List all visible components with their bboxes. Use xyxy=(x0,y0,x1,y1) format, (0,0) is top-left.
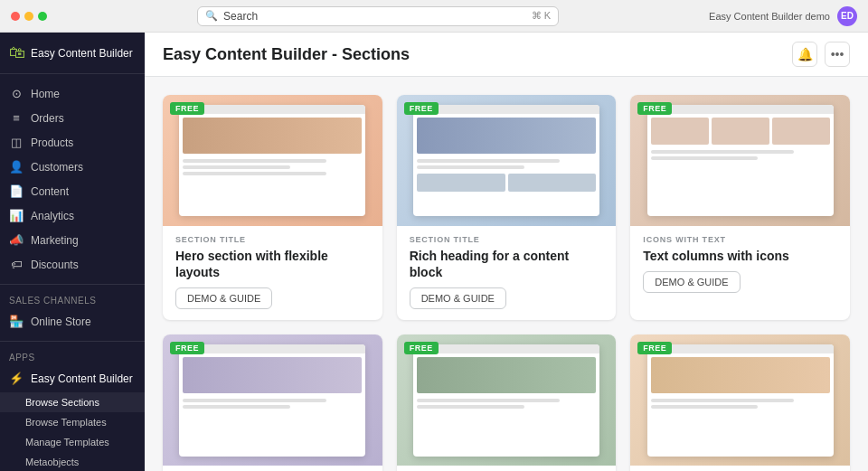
sidebar-item-online-store[interactable]: 🏪 Online Store xyxy=(0,309,145,334)
sales-channels-label: Sales channels xyxy=(0,292,145,309)
nav-label-content: Content xyxy=(31,185,69,198)
sub-nav-browse-templates[interactable]: Browse Templates xyxy=(0,412,145,432)
sidebar-item-discounts[interactable]: 🏷 Discounts xyxy=(0,252,145,277)
section-card-1: FREE xyxy=(163,95,382,320)
card-1-badge: FREE xyxy=(170,102,204,115)
card-6-badge: FREE xyxy=(637,342,672,354)
sub-nav-browse-sections[interactable]: Browse Sections xyxy=(0,392,145,412)
apps-section: Apps ⚡ Easy Content Builder Browse Secti… xyxy=(0,341,145,471)
nav-label-orders: Orders xyxy=(31,112,64,125)
card-2-mockup xyxy=(413,105,599,216)
sub-nav: Browse Sections Browse Templates Manage … xyxy=(0,391,145,471)
cards-grid: FREE xyxy=(145,77,868,471)
card-5-badge: FREE xyxy=(404,342,439,354)
card-5-mockup xyxy=(413,344,599,456)
card-2-title: Rich heading for a content block xyxy=(410,248,604,280)
card-3-badge: FREE xyxy=(637,102,672,115)
metaobjects-label: Metaobjects xyxy=(25,457,79,467)
card-2-badge: FREE xyxy=(404,102,439,115)
card-1-body: SECTION TITLE Hero section with flexible… xyxy=(163,226,382,320)
apps-label: Apps xyxy=(0,349,145,366)
browser-traffic-lights xyxy=(11,12,47,21)
nav-label-marketing: Marketing xyxy=(31,234,79,247)
manage-templates-label: Manage Templates xyxy=(25,437,109,447)
section-card-6: FREE SECTION TITLE xyxy=(630,334,850,471)
sub-nav-manage-templates[interactable]: Manage Templates xyxy=(0,432,145,452)
card-4-badge: FREE xyxy=(170,342,204,354)
browser-search-bar[interactable]: 🔍 Search ⌘ K xyxy=(197,6,559,26)
card-1-title: Hero section with flexible layouts xyxy=(175,248,370,280)
browse-templates-label: Browse Templates xyxy=(25,417,107,428)
nav-label-products: Products xyxy=(31,137,73,149)
card-1-mockup xyxy=(179,105,365,216)
content-header: Easy Content Builder - Sections 🔔 ••• xyxy=(145,33,868,77)
card-4-body: SECTION TITLE Section title four DEMO & … xyxy=(163,466,382,471)
card-2-demo-button[interactable]: DEMO & GUIDE xyxy=(410,287,506,309)
user-label: Easy Content Builder demo xyxy=(709,11,830,22)
card-4-preview xyxy=(163,334,382,466)
card-2-body: SECTION TITLE Rich heading for a content… xyxy=(397,226,617,320)
card-4-mockup xyxy=(179,344,365,456)
sidebar: 🛍 Easy Content Builder ⊙ Home ≡ Orders ◫… xyxy=(0,33,145,471)
sidebar-nav: ⊙ Home ≡ Orders ◫ Products 👤 Customers 📄… xyxy=(0,74,145,284)
sidebar-header: 🛍 Easy Content Builder xyxy=(0,33,145,74)
sidebar-store-title: Easy Content Builder xyxy=(31,47,133,60)
nav-label-discounts: Discounts xyxy=(31,259,79,271)
sidebar-item-analytics[interactable]: 📊 Analytics xyxy=(0,203,145,228)
card-1-section-label: SECTION TITLE xyxy=(175,235,370,244)
easy-content-icon: ⚡ xyxy=(9,372,24,385)
card-3-mockup xyxy=(647,105,834,216)
sidebar-item-content[interactable]: 📄 Content xyxy=(0,179,145,203)
sub-nav-metaobjects[interactable]: Metaobjects xyxy=(0,452,145,471)
nav-label-home: Home xyxy=(31,88,60,100)
nav-label-easy-content: Easy Content Builder xyxy=(31,372,133,385)
maximize-dot[interactable] xyxy=(38,12,47,21)
sidebar-item-orders[interactable]: ≡ Orders xyxy=(0,106,145,130)
card-6-body: SECTION TITLE Section title six DEMO & G… xyxy=(630,466,850,471)
card-5-body: SECTION TITLE Section title five DEMO & … xyxy=(397,466,617,471)
avatar[interactable]: ED xyxy=(837,6,857,26)
search-text: Search xyxy=(223,10,258,23)
card-6-mockup xyxy=(647,344,834,456)
sidebar-item-products[interactable]: ◫ Products xyxy=(0,130,145,155)
browse-sections-label: Browse Sections xyxy=(25,397,99,408)
online-store-icon: 🏪 xyxy=(9,315,24,328)
card-3-body: ICONS WITH TEXT Text columns with icons … xyxy=(630,226,850,304)
shopify-logo-icon: 🛍 xyxy=(9,43,25,62)
search-icon: 🔍 xyxy=(205,10,218,22)
sidebar-item-home[interactable]: ⊙ Home xyxy=(0,81,145,106)
orders-icon: ≡ xyxy=(9,111,24,125)
section-card-4: FREE SECTION TITLE xyxy=(163,334,382,471)
section-card-2: FREE xyxy=(397,95,617,320)
section-card-3: FREE xyxy=(630,95,850,320)
card-5-preview xyxy=(397,334,617,466)
minimize-dot[interactable] xyxy=(24,12,33,21)
browser-chrome: 🔍 Search ⌘ K Easy Content Builder demo E… xyxy=(0,0,868,33)
more-options-button[interactable]: ••• xyxy=(825,42,850,67)
browser-actions: Easy Content Builder demo ED xyxy=(709,6,857,26)
keyboard-shortcut: ⌘ K xyxy=(532,10,551,22)
customers-icon: 👤 xyxy=(9,160,24,174)
header-actions: 🔔 ••• xyxy=(792,42,850,67)
card-2-section-label: SECTION TITLE xyxy=(410,235,604,244)
card-1-demo-button[interactable]: DEMO & GUIDE xyxy=(175,287,272,309)
card-6-preview xyxy=(630,334,850,466)
page-title: Easy Content Builder - Sections xyxy=(163,45,410,64)
home-icon: ⊙ xyxy=(9,87,24,100)
notification-button[interactable]: 🔔 xyxy=(792,42,817,67)
main-content: Easy Content Builder - Sections 🔔 ••• FR… xyxy=(145,33,868,471)
discounts-icon: 🏷 xyxy=(9,258,24,271)
sidebar-item-marketing[interactable]: 📣 Marketing xyxy=(0,228,145,252)
sidebar-item-easy-content-builder[interactable]: ⚡ Easy Content Builder xyxy=(0,366,145,391)
nav-label-online-store: Online Store xyxy=(31,316,91,328)
sidebar-item-customers[interactable]: 👤 Customers xyxy=(0,155,145,179)
card-3-demo-button[interactable]: DEMO & GUIDE xyxy=(643,271,740,293)
close-dot[interactable] xyxy=(11,12,20,21)
products-icon: ◫ xyxy=(9,136,24,149)
card-3-title: Text columns with icons xyxy=(643,248,837,264)
marketing-icon: 📣 xyxy=(9,233,24,247)
card-3-section-label: ICONS WITH TEXT xyxy=(643,235,837,244)
nav-label-analytics: Analytics xyxy=(31,210,74,222)
sales-channels-section: Sales channels 🏪 Online Store xyxy=(0,284,145,341)
app-layout: 🛍 Easy Content Builder ⊙ Home ≡ Orders ◫… xyxy=(0,33,868,471)
